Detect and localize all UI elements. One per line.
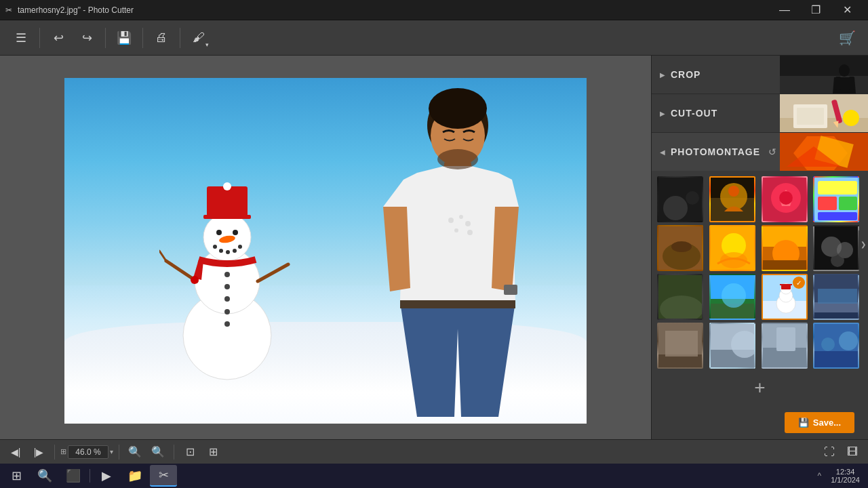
svg-point-54 [686,191,699,205]
crop-arrow: ▶ [660,71,665,79]
svg-point-31 [465,221,471,226]
thumbnail-7[interactable] [762,225,808,271]
svg-rect-28 [504,285,517,295]
add-background-button[interactable]: + [748,375,772,400]
media-player-button[interactable]: ▶ [93,465,120,487]
svg-point-90 [722,283,746,308]
svg-point-7 [233,230,238,235]
svg-rect-78 [763,260,808,271]
svg-point-113 [839,331,858,350]
prev-frame-button[interactable]: ◀| [5,442,26,462]
redo-button[interactable]: ↪ [74,25,100,51]
svg-line-18 [159,251,166,261]
svg-rect-40 [849,77,854,90]
next-frame-button[interactable]: |▶ [28,442,49,462]
export-button[interactable]: ⛶ [819,442,840,462]
thumbnails-section: ✓ [652,171,868,439]
undo-button[interactable]: ↩ [45,25,71,51]
add-button-container: + [657,369,863,407]
canvas-area[interactable] [0,56,651,439]
window-title: tamerhosny2.jpg" - Photo Cutter [18,5,134,15]
cutout-header[interactable]: ▶ CUT-OUT [652,94,868,132]
fit-selection-button[interactable]: ⊞ [203,442,223,462]
thumbnail-11[interactable]: ✓ [762,274,808,320]
fit-window-button[interactable]: ⊡ [180,442,200,462]
date-display: 1/1/2024 [831,476,860,484]
svg-rect-39 [835,77,841,90]
photomontage-preview-svg [780,133,868,171]
svg-rect-110 [776,327,795,351]
print-button[interactable]: 🖨 [149,25,174,51]
photomontage-arrow: ◀ [660,148,665,156]
crop-preview [780,56,868,94]
right-panel: ▶ CROP [651,56,868,439]
main-content: ▶ CROP [0,56,868,439]
titlebar-left: ✂ tamerhosny2.jpg" - Photo Cutter [5,5,134,15]
svg-point-32 [454,228,458,232]
start-button[interactable]: ⊞ [3,465,30,487]
photomontage-header[interactable]: ◀ PHOTOMONTAGE ↺ [652,133,868,171]
svg-point-9 [213,245,217,249]
thumbnail-5[interactable] [657,225,703,271]
thumbnail-13[interactable] [657,323,703,369]
toolbar-separator-1 [39,28,40,48]
bottom-right-buttons: ⛶ 🎞 [819,442,863,462]
thumbnail-10[interactable] [709,274,755,320]
zoom-out-button[interactable]: 🔍 [125,442,145,462]
taskbar-separator [90,469,90,483]
file-explorer-button[interactable]: 📁 [121,465,149,487]
thumbnail-2[interactable] [709,176,755,222]
zoom-dropdown-arrow[interactable]: ▾ [110,448,113,455]
thumbnail-8[interactable] [813,225,859,271]
svg-rect-104 [665,331,698,357]
thumbnail-1[interactable] [657,176,703,222]
toolbar: ☰ ↩ ↪ 💾 🖨 🖌 ▾ 🛒 [0,20,868,56]
brush-button[interactable]: 🖌 ▾ [186,25,212,51]
thumbnail-14[interactable] [709,323,755,369]
toolbar-separator-4 [180,28,180,48]
panel-scroll-arrow[interactable]: ❯ [859,230,868,258]
svg-point-22 [191,276,199,284]
thumbnail-6[interactable] [709,225,755,271]
zoom-in-button[interactable]: 🔍 [148,442,168,462]
svg-point-47 [843,110,859,126]
crop-preview-image [780,56,868,94]
svg-rect-64 [818,197,837,210]
cart-button[interactable]: 🛒 [834,25,860,51]
snowman-svg [159,180,295,383]
svg-point-34 [437,149,478,169]
save-button[interactable]: 💾 Save... [785,412,854,433]
crop-header[interactable]: ▶ CROP [652,56,868,94]
zoom-display[interactable]: 46.0 % [68,445,108,459]
close-button[interactable]: ✕ [831,0,863,20]
maximize-button[interactable]: ❐ [800,0,831,20]
thumbnail-16[interactable] [813,323,859,369]
svg-rect-101 [814,312,859,320]
filmstrip-button[interactable]: 🎞 [842,442,863,462]
bottom-separator-2 [119,445,119,460]
thumbnail-3[interactable] [762,176,808,222]
photomontage-section: ◀ PHOTOMONTAGE ↺ [652,133,868,439]
thumbnail-4[interactable] [813,176,859,222]
app-icon: ✂ [5,5,12,15]
minimize-button[interactable]: — [769,0,800,20]
photo-cutter-taskbar-button[interactable]: ✂ [150,465,177,487]
search-button[interactable]: 🔍 [31,465,58,487]
system-tray-chevron[interactable]: ^ [815,471,825,481]
time-display: 12:34 [831,468,860,476]
thumbnail-9[interactable] [657,274,703,320]
save-container: 💾 Save... [657,407,863,439]
bottom-separator-1 [54,445,55,460]
brush-dropdown-arrow: ▾ [205,41,209,48]
svg-point-114 [821,338,835,351]
menu-button[interactable]: ☰ [8,25,34,51]
thumbnail-15[interactable] [762,323,808,369]
zoom-icon: ⊞ [60,447,66,456]
photomontage-reset-icon[interactable]: ↺ [768,146,776,157]
brush-icon: 🖌 [193,30,205,45]
save-file-button[interactable]: 💾 [111,25,137,51]
crop-title: CROP [671,69,701,80]
toolbar-separator-3 [142,28,143,48]
thumbnail-12[interactable] [813,274,859,320]
task-view-button[interactable]: ⬛ [60,465,87,487]
